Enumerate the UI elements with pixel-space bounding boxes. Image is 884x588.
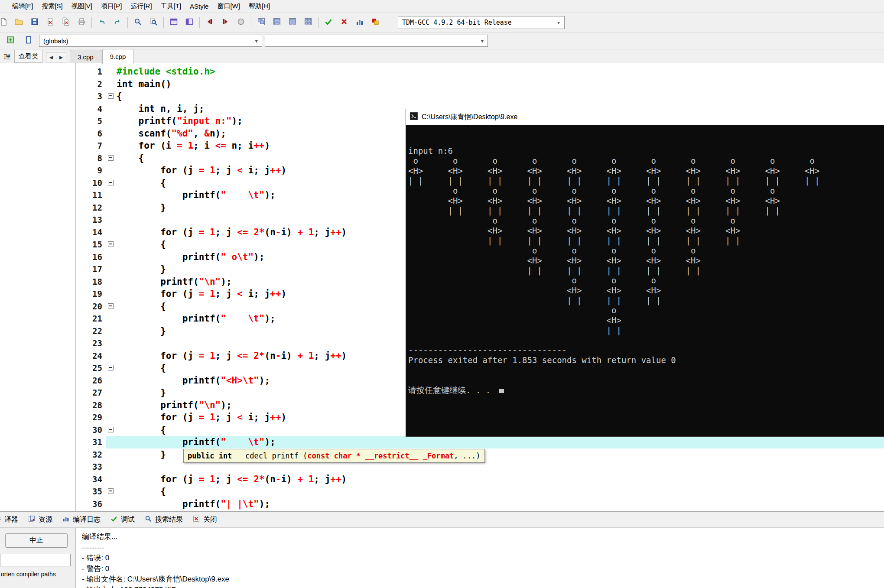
scroll-right-button[interactable]: ▶	[56, 52, 66, 62]
file-tab-3cpp[interactable]: 3.cpp	[70, 50, 101, 64]
tab-close[interactable]: 关闭	[188, 512, 222, 527]
line-number[interactable]: 30	[76, 424, 106, 436]
back-button[interactable]	[202, 16, 218, 29]
fold-collapse-icon[interactable]	[108, 365, 114, 370]
line-number[interactable]: 21	[76, 312, 106, 325]
line-number[interactable]: 12	[76, 201, 106, 214]
redo-button[interactable]	[110, 16, 125, 29]
tab-compiler[interactable]: 译器	[0, 512, 23, 527]
close-all-button[interactable]	[58, 16, 74, 29]
line-number[interactable]: 10	[76, 177, 106, 189]
report-window-button[interactable]	[166, 16, 182, 29]
menu-run[interactable]: 运行[R]	[126, 2, 156, 10]
line-number[interactable]: 20	[76, 300, 106, 313]
cascade-windows-button[interactable]	[254, 16, 269, 29]
line-number[interactable]: 7	[76, 140, 106, 152]
line-number[interactable]: 5	[76, 115, 106, 127]
fold-collapse-icon[interactable]	[108, 93, 114, 99]
line-number[interactable]: 22	[76, 325, 106, 338]
open-file-button[interactable]	[11, 16, 27, 29]
line-number[interactable]: 34	[76, 473, 106, 486]
pause-button[interactable]	[233, 16, 249, 29]
compiler-select[interactable]: TDM-GCC 4.9.2 64-bit Release ▾	[398, 16, 565, 29]
line-number[interactable]: 17	[76, 263, 106, 276]
line-number[interactable]: 26	[76, 374, 106, 387]
fold-collapse-icon[interactable]	[108, 180, 114, 185]
profile-button[interactable]	[367, 16, 383, 29]
tab-project-manager[interactable]: 理	[0, 50, 14, 64]
fold-collapse-icon[interactable]	[108, 427, 114, 432]
close-file-button[interactable]	[42, 16, 58, 29]
save-button[interactable]	[27, 16, 42, 29]
scroll-left-button[interactable]: ◀	[46, 52, 56, 62]
file-tab-9cpp[interactable]: 9.cpp	[102, 49, 134, 64]
menu-tools[interactable]: 工具[T]	[156, 2, 186, 10]
line-number[interactable]: 15	[76, 238, 106, 251]
tab-resources[interactable]: 资源	[23, 512, 57, 527]
line-number[interactable]: 14	[76, 226, 106, 239]
line-number[interactable]: 29	[76, 411, 106, 424]
line-number[interactable]: 33	[76, 461, 106, 473]
fold-collapse-icon[interactable]	[108, 488, 114, 494]
line-number[interactable]: 25	[76, 362, 106, 374]
code-line-31[interactable]: 31 printf(" \t");	[76, 436, 884, 448]
code-line-36[interactable]: 36 printf("| |\t");	[76, 498, 884, 510]
line-number[interactable]: 35	[76, 485, 106, 498]
project-browser-panel[interactable]	[0, 63, 76, 511]
print-button[interactable]	[74, 16, 89, 29]
members-select[interactable]: ▾	[265, 35, 488, 47]
tab-compile-log[interactable]: 编译日志	[57, 512, 105, 527]
line-number[interactable]: 1	[76, 65, 106, 78]
menu-help[interactable]: 帮助[H]	[244, 2, 274, 10]
line-number[interactable]: 31	[76, 436, 106, 448]
console-title-bar[interactable]: C:\Users\康育恺\Desktop\9.exe	[406, 109, 884, 125]
undo-button[interactable]	[94, 16, 110, 29]
menu-window[interactable]: 窗口[W]	[213, 2, 244, 10]
menu-edit[interactable]: 编辑[E]	[8, 2, 37, 10]
toolbar2-button-1[interactable]	[3, 34, 18, 48]
tile-vertical-button[interactable]	[285, 16, 300, 29]
fold-collapse-icon[interactable]	[108, 155, 114, 161]
abort-button[interactable]: 中止	[5, 533, 68, 548]
line-number[interactable]: 28	[76, 399, 106, 412]
tab-debug[interactable]: 调试	[105, 512, 140, 527]
toolbar2-button-2[interactable]	[21, 34, 36, 48]
line-number[interactable]: 2	[76, 78, 106, 91]
menu-astyle[interactable]: AStyle	[185, 3, 213, 10]
globals-select[interactable]: (globals) ▾	[39, 35, 262, 47]
menu-search[interactable]: 搜索[S]	[37, 2, 67, 10]
code-line-34[interactable]: 34 for (j = 1; j <= 2*(n-i) + 1; j++)	[76, 473, 884, 486]
forward-button[interactable]	[218, 16, 233, 29]
line-number[interactable]: 11	[76, 189, 106, 201]
menu-view[interactable]: 视图[V]	[67, 2, 97, 10]
line-number[interactable]: 23	[76, 337, 106, 350]
line-number[interactable]: 4	[76, 103, 106, 115]
line-number[interactable]: 16	[76, 251, 106, 263]
line-number[interactable]: 18	[76, 276, 106, 288]
line-number[interactable]: 36	[76, 498, 106, 510]
tab-search-results[interactable]: 搜索结果	[140, 512, 188, 527]
code-line-1[interactable]: 1#include <stdio.h>	[76, 65, 884, 78]
code-line-2[interactable]: 2int main()	[76, 78, 884, 91]
line-number[interactable]: 6	[76, 127, 106, 140]
code-line-35[interactable]: 35 {	[76, 485, 884, 498]
arrange-windows-button[interactable]	[300, 16, 316, 29]
line-number[interactable]: 24	[76, 350, 106, 362]
line-number[interactable]: 27	[76, 387, 106, 399]
line-number[interactable]: 8	[76, 152, 106, 165]
line-number[interactable]: 3	[76, 90, 106, 103]
line-number[interactable]: 32	[76, 448, 106, 461]
line-number[interactable]: 19	[76, 288, 106, 300]
find-in-files-button[interactable]	[146, 16, 161, 29]
project-window-button[interactable]	[182, 16, 197, 29]
fold-collapse-icon[interactable]	[108, 241, 114, 247]
code-line-3[interactable]: 3{	[76, 90, 884, 103]
fold-collapse-icon[interactable]	[108, 303, 114, 309]
new-file-button[interactable]	[0, 16, 11, 29]
find-button[interactable]	[130, 16, 146, 29]
tab-class-view[interactable]: 查看类	[14, 50, 42, 63]
console-output-area[interactable]: input n:6 o o o o o o o o o o o <H> <H> …	[406, 125, 884, 436]
menu-project[interactable]: 项目[P]	[97, 2, 126, 10]
compile-button[interactable]	[321, 16, 336, 29]
tile-horizontal-button[interactable]	[269, 16, 285, 29]
